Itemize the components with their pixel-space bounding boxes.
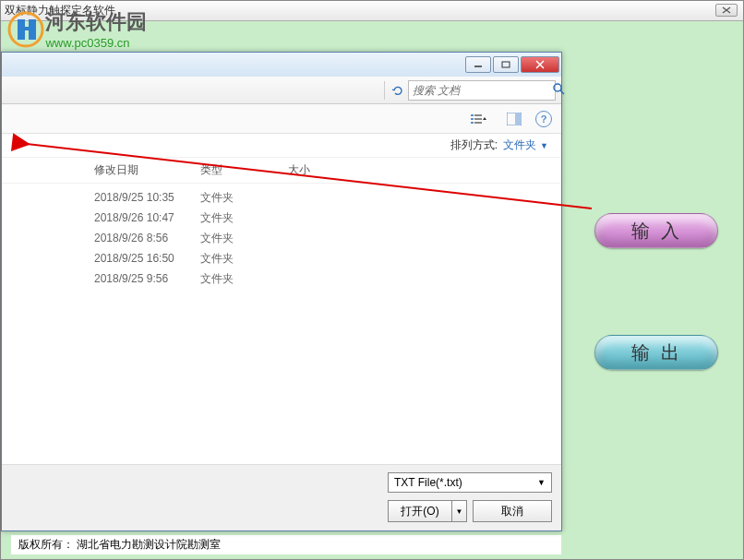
column-headers: 修改日期 类型 大小 xyxy=(2,158,561,184)
search-input[interactable] xyxy=(413,84,552,97)
input-button[interactable]: 输入 xyxy=(594,213,718,248)
svg-rect-7 xyxy=(471,118,474,120)
view-options-icon[interactable] xyxy=(465,110,493,128)
open-button[interactable]: 打开(O) xyxy=(388,500,452,522)
list-item[interactable]: 2018/9/25 9:56文件夹 xyxy=(94,268,561,289)
list-item[interactable]: 2018/9/26 8:56文件夹 xyxy=(94,228,561,248)
cancel-button[interactable]: 取消 xyxy=(473,500,552,522)
svg-rect-9 xyxy=(471,122,474,124)
preview-pane-icon[interactable] xyxy=(500,110,528,128)
watermark-url: www.pc0359.cn xyxy=(45,36,147,50)
watermark-logo-icon xyxy=(6,10,45,49)
file-open-dialog: ? 排列方式: 文件夹 ▼ 修改日期 类型 大小 2018/9/25 10:35… xyxy=(1,52,562,531)
list-item[interactable]: 2018/9/26 10:47文件夹 xyxy=(94,208,561,228)
watermark-title: 河东软件园 xyxy=(45,8,147,36)
dialog-toolbar: ? xyxy=(2,104,561,134)
dialog-close-button[interactable] xyxy=(521,56,559,73)
sort-bar: 排列方式: 文件夹 ▼ xyxy=(2,134,561,158)
header-size[interactable]: 大小 xyxy=(288,162,362,178)
list-item[interactable]: 2018/9/25 16:50文件夹 xyxy=(94,248,561,268)
svg-point-3 xyxy=(554,84,561,91)
file-list: 2018/9/25 10:35文件夹 2018/9/26 10:47文件夹 20… xyxy=(2,184,561,289)
svg-rect-12 xyxy=(515,113,521,125)
dialog-maximize-button[interactable] xyxy=(493,56,519,73)
sort-value[interactable]: 文件夹 xyxy=(503,137,536,153)
svg-rect-10 xyxy=(474,122,482,124)
svg-rect-8 xyxy=(474,118,482,120)
search-box[interactable] xyxy=(408,80,556,101)
outer-close-button[interactable] xyxy=(715,4,738,17)
header-date[interactable]: 修改日期 xyxy=(94,162,200,178)
svg-rect-5 xyxy=(471,114,474,116)
dialog-nav-bar xyxy=(2,77,561,104)
list-item[interactable]: 2018/9/25 10:35文件夹 xyxy=(94,187,561,208)
sort-label: 排列方式: xyxy=(450,137,498,153)
open-button-dropdown[interactable]: ▼ xyxy=(452,500,467,522)
svg-rect-6 xyxy=(474,114,482,116)
main-window: 双标静力触探定名软件 输入 输出 版权所有： 湖北省电力勘测设计院勘测室 河东软… xyxy=(0,0,744,560)
file-type-filter[interactable]: TXT File(*.txt) ▼ xyxy=(388,472,552,493)
copyright-text: 版权所有： 湖北省电力勘测设计院勘测室 xyxy=(11,535,561,554)
refresh-icon[interactable] xyxy=(388,80,408,101)
svg-line-4 xyxy=(560,90,564,94)
svg-rect-2 xyxy=(502,62,510,67)
header-type[interactable]: 类型 xyxy=(200,162,288,178)
dialog-minimize-button[interactable] xyxy=(465,56,491,73)
watermark: 河东软件园 www.pc0359.cn xyxy=(6,8,147,50)
dialog-footer: TXT File(*.txt) ▼ 打开(O) ▼ 取消 xyxy=(2,464,561,530)
dialog-titlebar xyxy=(2,53,561,77)
help-icon[interactable]: ? xyxy=(535,111,552,127)
sort-dropdown-icon[interactable]: ▼ xyxy=(540,141,548,150)
output-button[interactable]: 输出 xyxy=(594,335,718,370)
chevron-down-icon: ▼ xyxy=(537,478,546,487)
search-icon[interactable] xyxy=(552,82,565,98)
